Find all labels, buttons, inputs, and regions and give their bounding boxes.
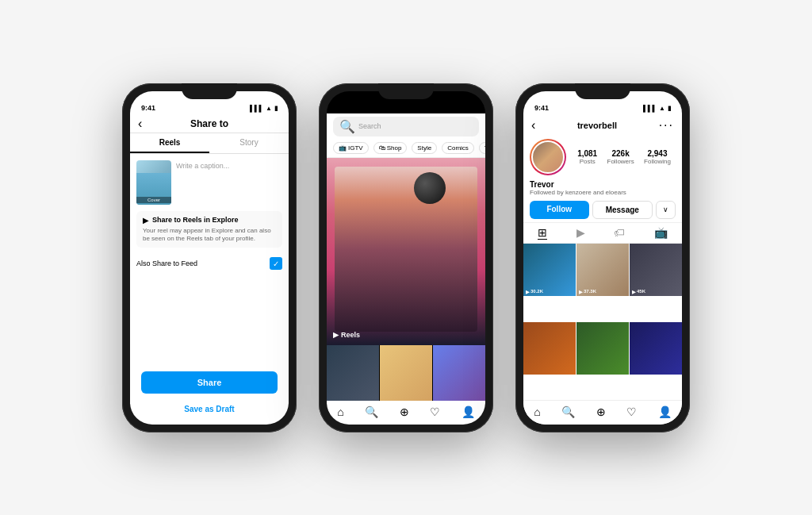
- stat-following: 2,943 Following: [644, 149, 671, 165]
- tab-reels[interactable]: ▶: [576, 226, 585, 240]
- nav-profile[interactable]: 👤: [462, 405, 475, 418]
- nav-add[interactable]: ⊕: [400, 405, 409, 418]
- tag-igtv[interactable]: 📺 IGTV: [333, 142, 369, 154]
- followed-by: Followed by kenzoere and eloears: [530, 189, 676, 196]
- grid-cell-6[interactable]: [630, 322, 682, 375]
- battery-icon-3: ▮: [668, 105, 671, 112]
- tab-tagged[interactable]: 🏷: [614, 226, 625, 240]
- prof-nav-heart[interactable]: ♡: [626, 405, 637, 418]
- reel-main[interactable]: ▶ Reels: [327, 158, 485, 345]
- profile-name: Trevor: [530, 180, 676, 189]
- profile-more-button[interactable]: ···: [659, 118, 674, 133]
- profile-grid: ▶ 30.2K ▶ 37.3K ▶ 45K: [523, 244, 682, 400]
- battery-icon-2: ▮: [471, 105, 474, 112]
- followers-label: Followers: [607, 158, 634, 165]
- tag-tvmovie[interactable]: TV & Movie: [479, 142, 485, 154]
- nav-search[interactable]: 🔍: [365, 405, 378, 418]
- share-button[interactable]: Share: [141, 371, 278, 394]
- profile-back-button[interactable]: ‹: [531, 118, 535, 133]
- caption-input[interactable]: Write a caption...: [176, 160, 282, 170]
- reel-cell-3[interactable]: [433, 345, 485, 401]
- profile-name-row: Trevor Followed by kenzoere and eloears: [523, 180, 682, 198]
- profile-info: 1,081 Posts 226k Followers 2,943 Followi…: [523, 136, 682, 180]
- scene: 9:41 ▌▌▌ ▲ ▮ ‹ Share to Reels Story: [0, 0, 812, 515]
- explore-nav: ⌂ 🔍 ⊕ ♡ 👤: [327, 401, 485, 425]
- avatar: [530, 139, 566, 175]
- tab-reels[interactable]: Reels: [130, 133, 209, 153]
- following-count: 2,943: [644, 149, 671, 158]
- signal-icon-3: ▌▌▌: [643, 105, 657, 112]
- status-icons-1: ▌▌▌ ▲ ▮: [250, 105, 278, 112]
- message-button[interactable]: Message: [592, 201, 653, 219]
- explore-title-row: ▶ Share to Reels in Explore: [143, 216, 276, 225]
- tab-grid[interactable]: ⊞: [538, 226, 547, 240]
- notch: [182, 83, 237, 99]
- posts-label: Posts: [577, 158, 597, 165]
- following-label: Following: [644, 158, 671, 165]
- status-time-3: 9:41: [534, 104, 549, 112]
- back-button[interactable]: ‹: [138, 117, 142, 131]
- posts-count: 1,081: [577, 149, 597, 158]
- explore-section: ▶ Share to Reels in Explore Your reel ma…: [136, 211, 282, 248]
- profile-nav: ⌂ 🔍 ⊕ ♡ 👤: [523, 400, 682, 425]
- wifi-icon-3: ▲: [659, 105, 665, 112]
- prof-nav-home[interactable]: ⌂: [534, 405, 540, 418]
- feed-label: Also Share to Feed: [136, 259, 197, 267]
- followers-count: 226k: [607, 149, 634, 158]
- draft-button[interactable]: Save as Draft: [136, 400, 282, 418]
- battery-icon: ▮: [274, 105, 278, 112]
- reel-cell-1[interactable]: [327, 345, 379, 401]
- tab-igtv[interactable]: 📺: [654, 226, 668, 240]
- notch-2: [378, 83, 434, 99]
- phone-explore: 9:41 ▌▌▌ ▲ ▮ 🔍 Search 📺 IGTV 🛍 Shop Styl…: [319, 83, 493, 432]
- search-bar: 🔍 Search: [327, 113, 485, 140]
- grid-cell-4[interactable]: [523, 322, 576, 375]
- search-box[interactable]: 🔍 Search: [333, 117, 479, 136]
- caption-area: Cover Write a caption...: [136, 160, 282, 205]
- reel-cell-2[interactable]: [380, 345, 432, 401]
- tab-story[interactable]: Story: [209, 133, 289, 153]
- grid-count-1: ▶ 30.2K: [526, 289, 543, 294]
- explore-icon: ▶: [143, 216, 149, 225]
- reel-person-bg: [335, 167, 477, 332]
- stat-followers: 226k Followers: [607, 149, 634, 165]
- wifi-icon-2: ▲: [462, 105, 469, 112]
- feed-toggle-check[interactable]: ✓: [270, 257, 282, 270]
- phone-profile: 9:41 ▌▌▌ ▲ ▮ ‹ trevorbell ··· 1,081: [515, 83, 690, 432]
- share-header: ‹ Share to: [130, 113, 289, 133]
- status-icons-3: ▌▌▌ ▲ ▮: [643, 105, 671, 112]
- avatar-image: [531, 140, 565, 174]
- search-placeholder: Search: [358, 122, 381, 130]
- nav-home[interactable]: ⌂: [337, 405, 343, 418]
- grid-count-3: ▶ 45K: [632, 289, 645, 294]
- tag-comics[interactable]: Comics: [442, 142, 474, 154]
- nav-heart[interactable]: ♡: [430, 405, 440, 418]
- status-icons-2: ▌▌▌ ▲ ▮: [446, 105, 474, 112]
- notch-3: [575, 83, 630, 99]
- explore-tags: 📺 IGTV 🛍 Shop Style Comics TV & Movie: [327, 140, 485, 158]
- prof-nav-profile[interactable]: 👤: [658, 405, 672, 418]
- profile-header: ‹ trevorbell ···: [523, 113, 682, 136]
- share-content: Cover Write a caption... ▶ Share to Reel…: [130, 154, 289, 425]
- reel-label: ▶ Reels: [333, 331, 360, 339]
- wifi-icon: ▲: [266, 105, 272, 112]
- tag-shop[interactable]: 🛍 Shop: [373, 142, 408, 154]
- dropdown-button[interactable]: ∨: [656, 201, 676, 219]
- search-icon: 🔍: [339, 119, 355, 134]
- explore-desc: Your reel may appear in Explore and can …: [143, 227, 276, 244]
- grid-cell-5[interactable]: [576, 322, 629, 375]
- profile-actions: Follow Message ∨: [523, 198, 682, 222]
- grid-cell-3[interactable]: ▶ 45K: [630, 244, 682, 296]
- profile-tabs: ⊞ ▶ 🏷 📺: [523, 222, 682, 244]
- explore-title: Share to Reels in Explore: [152, 216, 239, 224]
- follow-button[interactable]: Follow: [530, 201, 589, 219]
- tag-style[interactable]: Style: [412, 142, 437, 154]
- share-tabs: Reels Story: [130, 133, 289, 154]
- reel-background: ▶ Reels: [327, 158, 485, 345]
- prof-nav-add[interactable]: ⊕: [596, 405, 606, 418]
- grid-count-2: ▶ 37.3K: [579, 289, 596, 294]
- grid-cell-2[interactable]: ▶ 37.3K: [576, 244, 629, 296]
- grid-cell-1[interactable]: ▶ 30.2K: [523, 244, 576, 296]
- prof-nav-search[interactable]: 🔍: [561, 405, 575, 418]
- signal-icon-2: ▌▌▌: [446, 105, 460, 112]
